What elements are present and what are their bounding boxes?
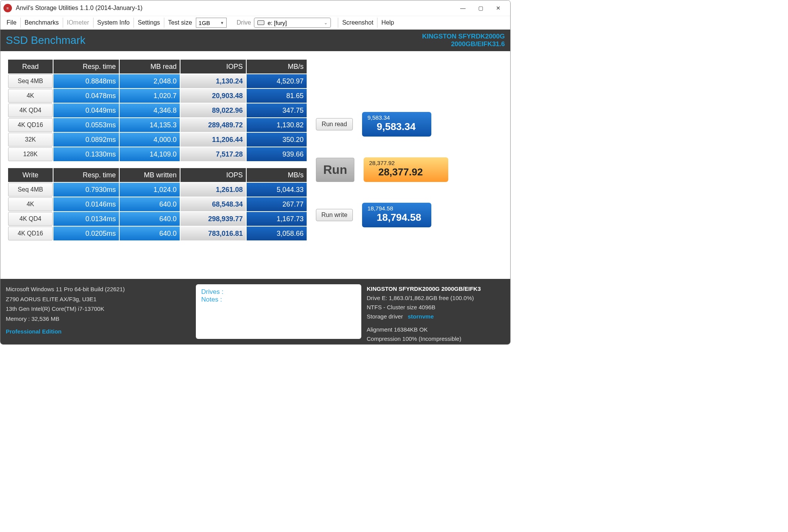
mbs-cell: 81.65 (247, 89, 307, 103)
table-row: 4K QD40.0134ms640.0298,939.771,167.73 (8, 212, 307, 226)
menu-iometer[interactable]: IOmeter (63, 18, 93, 28)
total-score-small: 28,377.92 (369, 160, 443, 166)
drives-label: Drives : (201, 288, 356, 296)
resp-time-cell: 0.0449ms (53, 103, 119, 117)
page-title: SSD Benchmark (6, 34, 85, 47)
write-score-box: 18,794.58 18,794.58 (362, 203, 431, 227)
iops-cell: 11,206.44 (180, 133, 246, 147)
notes-box[interactable]: Drives : Notes : (196, 284, 361, 339)
read-score-box: 9,583.34 9,583.34 (362, 112, 431, 137)
iops-cell: 298,939.77 (180, 212, 246, 226)
run-button[interactable]: Run (316, 158, 354, 182)
menu-test-size-label: Test size (164, 18, 196, 28)
drive-driver-name: stornvme (408, 313, 434, 320)
table-row: 4K0.0478ms1,020.720,903.4881.65 (8, 89, 307, 103)
write-score-row: Run write 18,794.58 18,794.58 (316, 203, 448, 227)
mb-read-cell: 1,020.7 (120, 89, 180, 103)
footer: Microsoft Windows 11 Pro 64-bit Build (2… (0, 279, 510, 344)
mb-written-cell: 640.0 (120, 197, 180, 211)
resp-time-cell: 0.0134ms (53, 212, 119, 226)
menu-system-info[interactable]: System Info (93, 18, 134, 28)
chevron-down-icon: ▼ (220, 21, 224, 25)
total-score-row: Run 28,377.92 28,377.92 (316, 157, 448, 182)
chevron-down-icon: ⌄ (324, 20, 327, 25)
mb-read-cell: 4,346.8 (120, 103, 180, 117)
read-header-label: Read (8, 60, 53, 73)
titlebar: ≡ Anvil's Storage Utilities 1.1.0 (2014-… (0, 0, 510, 16)
mb-read-cell: 4,000.0 (120, 133, 180, 147)
table-row: 32K0.0892ms4,000.011,206.44350.20 (8, 133, 307, 147)
read-header-resp: Resp. time (53, 60, 119, 73)
read-header-mbs: MB/s (247, 60, 307, 73)
row-label[interactable]: 4K (8, 197, 53, 211)
drive-driver-line: Storage driver stornvme (367, 312, 505, 321)
iops-cell: 7,517.28 (180, 147, 246, 161)
total-score-box: 28,377.92 28,377.92 (364, 157, 448, 182)
drive-driver-label: Storage driver (367, 313, 403, 320)
resp-time-cell: 0.0892ms (53, 133, 119, 147)
mb-read-cell: 2,048.0 (120, 74, 180, 88)
notes-label: Notes : (201, 296, 356, 304)
resp-time-cell: 0.0478ms (53, 89, 119, 103)
row-label[interactable]: 4K QD16 (8, 227, 53, 240)
close-button[interactable]: ✕ (489, 2, 507, 15)
menu-file[interactable]: File (3, 18, 21, 28)
menu-screenshot[interactable]: Screenshot (338, 18, 377, 28)
mbs-cell: 350.20 (247, 133, 307, 147)
disk-icon (257, 20, 264, 25)
drive-value: e: [fury] (267, 20, 287, 26)
row-label[interactable]: 4K (8, 89, 53, 103)
table-row: 128K0.1330ms14,109.07,517.28939.66 (8, 147, 307, 161)
resp-time-cell: 0.0553ms (53, 118, 119, 132)
table-row: 4K QD160.0205ms640.0783,016.813,058.66 (8, 227, 307, 240)
write-header-mb: MB written (120, 168, 180, 182)
iops-cell: 289,489.72 (180, 118, 246, 132)
read-table: Read Resp. time MB read IOPS MB/s Seq 4M… (7, 59, 307, 162)
memory-info: Memory : 32,536 MB (6, 314, 190, 324)
device-capacity: 2000GB/EIFK31.6 (422, 40, 505, 48)
drive-compression: Compression 100% (Incompressible) (367, 334, 505, 344)
test-size-value: 1GB (199, 20, 210, 26)
mb-written-cell: 1,024.0 (120, 183, 180, 197)
read-score-row: Run read 9,583.34 9,583.34 (316, 112, 448, 137)
mb-read-cell: 14,135.3 (120, 118, 180, 132)
resp-time-cell: 0.1330ms (53, 147, 119, 161)
iops-cell: 783,016.81 (180, 227, 246, 240)
write-header-iops: IOPS (180, 168, 246, 182)
write-table: Write Resp. time MB written IOPS MB/s Se… (7, 167, 307, 241)
read-header-mb: MB read (120, 60, 180, 73)
mbs-cell: 5,044.33 (247, 183, 307, 197)
run-write-button[interactable]: Run write (316, 209, 353, 221)
read-score-big: 9,583.34 (367, 121, 426, 133)
minimize-button[interactable]: — (454, 2, 472, 15)
drive-select[interactable]: e: [fury] ⌄ (254, 18, 331, 28)
maximize-button[interactable]: ▢ (472, 2, 489, 15)
edition-label: Professional Edition (6, 327, 190, 337)
test-size-select[interactable]: 1GB ▼ (196, 18, 227, 28)
menu-help[interactable]: Help (377, 18, 398, 28)
menu-settings[interactable]: Settings (134, 18, 164, 28)
row-label[interactable]: 4K QD4 (8, 103, 53, 117)
drive-free: Drive E: 1,863.0/1,862.8GB free (100.0%) (367, 294, 505, 303)
run-read-button[interactable]: Run read (316, 118, 353, 130)
row-label[interactable]: 128K (8, 147, 53, 161)
mbs-cell: 1,167.73 (247, 212, 307, 226)
header-strip: SSD Benchmark KINGSTON SFYRDK2000G 2000G… (0, 30, 510, 51)
menubar: File Benchmarks IOmeter System Info Sett… (0, 16, 510, 30)
row-label[interactable]: Seq 4MB (8, 183, 53, 197)
table-row: 4K QD40.0449ms4,346.889,022.96347.75 (8, 103, 307, 117)
iops-cell: 89,022.96 (180, 103, 246, 117)
menu-benchmarks[interactable]: Benchmarks (21, 18, 63, 28)
resp-time-cell: 0.7930ms (53, 183, 119, 197)
row-label[interactable]: 32K (8, 133, 53, 147)
row-label[interactable]: Seq 4MB (8, 74, 53, 88)
mbs-cell: 267.77 (247, 197, 307, 211)
iops-cell: 1,261.08 (180, 183, 246, 197)
mb-written-cell: 640.0 (120, 212, 180, 226)
row-label[interactable]: 4K QD16 (8, 118, 53, 132)
drive-fs: NTFS - Cluster size 4096B (367, 303, 505, 312)
row-label[interactable]: 4K QD4 (8, 212, 53, 226)
total-score-big: 28,377.92 (369, 166, 443, 178)
drive-alignment: Alignment 16384KB OK (367, 325, 505, 334)
system-info: Microsoft Windows 11 Pro 64-bit Build (2… (6, 284, 190, 339)
